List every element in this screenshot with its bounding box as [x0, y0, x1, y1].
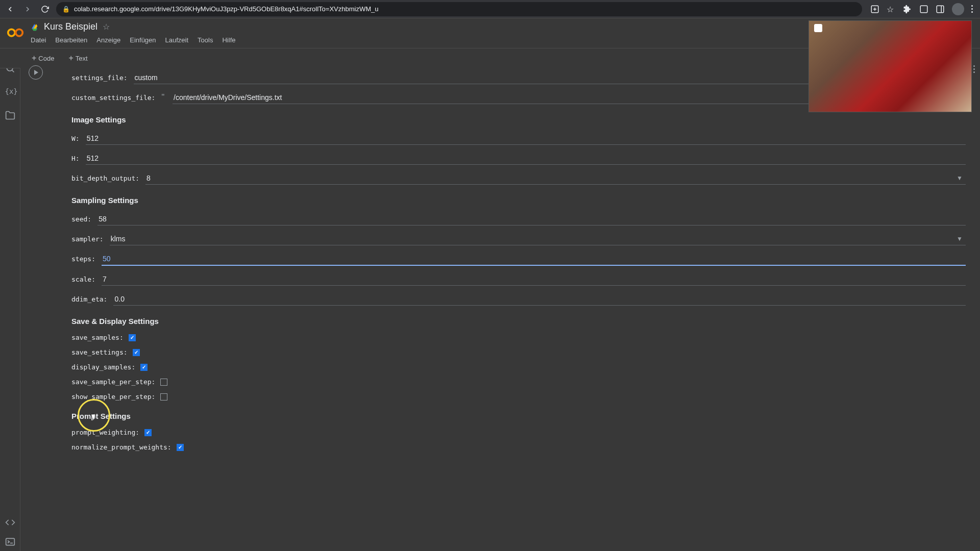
prompt-weighting-label: prompt_weighting: — [71, 429, 139, 436]
save-settings-checkbox[interactable] — [133, 349, 140, 356]
colab-logo-icon[interactable] — [6, 23, 24, 42]
prompt-weighting-checkbox[interactable] — [144, 429, 152, 436]
display-samples-label: display_samples: — [71, 363, 135, 371]
h-label: H: — [71, 155, 80, 162]
ddim-eta-input[interactable] — [113, 293, 966, 306]
terminal-icon[interactable] — [5, 537, 15, 547]
pin-icon — [814, 24, 822, 32]
custom-settings-file-label: custom_settings_file: — [71, 94, 155, 102]
save-display-heading: Save & Display Settings — [71, 317, 966, 325]
bit-depth-label: bit_depth_output: — [71, 174, 139, 182]
sampler-label: sampler: — [71, 235, 104, 243]
extensions-icon[interactable] — [903, 5, 912, 14]
steps-input[interactable] — [102, 253, 966, 266]
menu-tools[interactable]: Tools — [198, 36, 213, 44]
variables-icon[interactable]: {x} — [5, 87, 15, 97]
menu-edit[interactable]: Bearbeiten — [55, 36, 87, 44]
save-sample-per-step-label: save_sample_per_step: — [71, 378, 155, 386]
sampler-select[interactable]: klms ▼ — [110, 233, 966, 245]
sidepanel-icon[interactable] — [936, 5, 945, 14]
bookmark-icon[interactable]: ☆ — [887, 5, 896, 14]
ddim-eta-label: ddim_eta: — [71, 295, 107, 303]
browser-toolbar: 🔒 colab.research.google.com/drive/13G9KH… — [0, 0, 980, 18]
url-text: colab.research.google.com/drive/13G9KHyM… — [74, 5, 378, 13]
lock-icon: 🔒 — [62, 6, 70, 13]
share-icon[interactable] — [919, 5, 928, 14]
svg-rect-9 — [6, 538, 14, 545]
menu-view[interactable]: Anzeige — [96, 36, 120, 44]
browser-menu-icon[interactable] — [971, 5, 973, 13]
address-bar[interactable]: 🔒 colab.research.google.com/drive/13G9KH… — [56, 2, 862, 16]
drive-icon — [31, 23, 39, 31]
run-cell-button[interactable] — [29, 65, 43, 80]
save-sample-per-step-checkbox[interactable] — [160, 379, 167, 386]
files-icon[interactable] — [5, 110, 15, 120]
browser-right-icons: ☆ — [867, 3, 976, 15]
back-button[interactable] — [4, 3, 16, 15]
menu-runtime[interactable]: Laufzeit — [165, 36, 189, 44]
sampling-settings-heading: Sampling Settings — [71, 196, 966, 205]
seed-input[interactable] — [97, 213, 966, 226]
image-settings-heading: Image Settings — [71, 115, 966, 124]
cursor-icon — [92, 414, 99, 422]
svg-rect-2 — [937, 6, 944, 13]
seed-label: seed: — [71, 215, 91, 223]
menu-insert[interactable]: Einfügen — [130, 36, 156, 44]
save-settings-label: save_settings: — [71, 348, 128, 356]
save-samples-checkbox[interactable] — [129, 334, 136, 341]
code-snippets-icon[interactable] — [5, 517, 15, 528]
menu-help[interactable]: Hilfe — [222, 36, 235, 44]
settings-file-label: settings_file: — [71, 74, 128, 82]
menu-file[interactable]: Datei — [31, 36, 46, 44]
forward-button[interactable] — [21, 3, 34, 15]
star-icon[interactable]: ☆ — [103, 22, 110, 32]
document-title[interactable]: Kurs Beispiel — [44, 21, 97, 32]
cell-menu-icon[interactable] — [973, 65, 975, 73]
form-cell: settings_file: custom custom_settings_fi… — [20, 61, 980, 479]
chevron-down-icon: ▼ — [957, 174, 963, 182]
svg-point-12 — [16, 29, 23, 36]
w-input[interactable] — [86, 132, 966, 145]
chevron-down-icon: ▼ — [957, 235, 963, 242]
translate-icon[interactable] — [870, 5, 879, 14]
left-sidebar: {x} — [0, 18, 20, 551]
webcam-overlay[interactable] — [808, 20, 972, 112]
show-sample-per-step-checkbox[interactable] — [160, 393, 167, 400]
quote-mark: " — [161, 93, 164, 102]
bit-depth-select[interactable]: 8 ▼ — [145, 172, 966, 185]
profile-avatar[interactable] — [952, 3, 964, 15]
save-samples-label: save_samples: — [71, 334, 124, 341]
svg-rect-1 — [920, 6, 927, 13]
show-sample-per-step-label: show_sample_per_step: — [71, 393, 155, 400]
prompt-settings-heading: Prompt Settings — [71, 412, 966, 420]
svg-line-8 — [12, 70, 14, 72]
normalize-prompt-weights-label: normalize_prompt_weights: — [71, 443, 172, 451]
h-input[interactable] — [86, 152, 966, 165]
steps-label: steps: — [71, 255, 95, 263]
svg-point-11 — [8, 29, 15, 36]
notebook-main: settings_file: custom custom_settings_fi… — [20, 61, 980, 551]
reload-button[interactable] — [39, 3, 51, 15]
scale-input[interactable] — [102, 273, 966, 286]
scale-label: scale: — [71, 276, 95, 283]
normalize-prompt-weights-checkbox[interactable] — [177, 444, 184, 451]
display-samples-checkbox[interactable] — [140, 364, 148, 371]
w-label: W: — [71, 135, 80, 142]
